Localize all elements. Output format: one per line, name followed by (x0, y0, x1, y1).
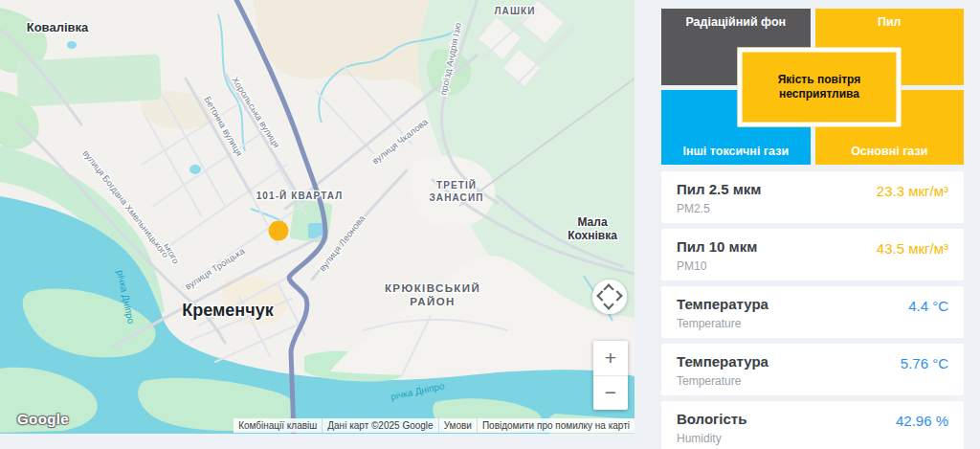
map-label-tretii-1: ТРЕТІЙ (436, 179, 477, 191)
map-data-text: Дані карт ©2025 Google (322, 418, 437, 433)
map-label-kvartal: 101-Й КВАРТАЛ (256, 190, 344, 201)
measurement-subtitle: Temperature (677, 374, 948, 388)
tile-main-gases-label: Основні гази (851, 145, 927, 158)
map-canvas: Ковалівка ЛАШКИ 101-Й КВАРТАЛ ТРЕТІЙ ЗАН… (0, 0, 635, 434)
pan-control[interactable] (592, 280, 627, 314)
measurement-value: 23.3 мкг/м³ (877, 183, 948, 199)
tile-radiation-label: Радіаційний фон (685, 15, 786, 29)
measurement-value: 43.5 мкг/м³ (877, 240, 948, 257)
report-error-link[interactable]: Повідомити про помилку на карті (477, 418, 635, 433)
air-quality-status-line2: несприятлива (779, 87, 859, 101)
tile-toxic-gases-label: Інші токсичні гази (682, 145, 789, 158)
map[interactable]: Ковалівка ЛАШКИ 101-Й КВАРТАЛ ТРЕТІЙ ЗАН… (0, 0, 635, 434)
map-label-kremenchuk: Кременчук (182, 301, 274, 320)
measurement-row-humidity[interactable]: Вологість Humidity 42.96 % (661, 401, 964, 449)
measurement-row-temperature-2[interactable]: Температура Temperature 5.76 °C (661, 344, 964, 395)
measurement-value: 42.96 % (896, 413, 948, 429)
map-label-kriuk-1: КРЮКІВСЬКИЙ (385, 282, 480, 294)
terms-link[interactable]: Умови (438, 418, 477, 433)
map-label-tretii-2: ЗАНАСИП (430, 192, 484, 203)
measurement-subtitle: Humidity (677, 432, 948, 445)
measurement-row-pm25[interactable]: Пил 2.5 мкм PM2.5 23.3 мкг/м³ (661, 171, 964, 223)
pan-right-icon[interactable] (612, 290, 622, 301)
measurement-list: Пил 2.5 мкм PM2.5 23.3 мкг/м³ Пил 10 мкм… (661, 171, 964, 449)
measurement-row-pm10[interactable]: Пил 10 мкм PM10 43.5 мкг/м³ (661, 229, 964, 281)
map-label-kriuk-2: РАЙОН (410, 296, 455, 307)
measurement-subtitle: PM2.5 (677, 202, 948, 215)
measurement-value: 4.4 °C (908, 298, 948, 314)
map-label-lashky: ЛАШКИ (494, 6, 535, 16)
map-label-mala-1: Мала (577, 215, 607, 229)
air-quality-status-line1: Якість повітря (778, 73, 861, 87)
zoom-in-button[interactable]: + (593, 341, 628, 375)
tile-dust-label: Пил (878, 15, 902, 29)
air-quality-panel: Радіаційний фон Пил Інші токсичні гази О… (661, 9, 964, 449)
zoom-control: + − (593, 341, 628, 410)
measurement-subtitle: Temperature (677, 317, 948, 330)
measurement-subtitle: PM10 (677, 259, 948, 273)
measurement-value: 5.76 °C (901, 355, 948, 371)
map-label-mala-2: Кохнівка (568, 229, 617, 242)
zoom-out-button[interactable]: − (593, 375, 628, 411)
measurement-row-temperature-1[interactable]: Температура Temperature 4.4 °C (661, 286, 964, 338)
attribution-bar: Комбінації клавіш Дані карт ©2025 Google… (234, 418, 635, 433)
keyboard-shortcuts-link[interactable]: Комбінації клавіш (234, 418, 322, 433)
sensor-marker[interactable] (269, 221, 289, 241)
map-label-kovalivka: Ковалівка (27, 20, 89, 34)
category-tiles: Радіаційний фон Пил Інші токсичні гази О… (661, 9, 964, 165)
page: Ковалівка ЛАШКИ 101-Й КВАРТАЛ ТРЕТІЙ ЗАН… (0, 0, 980, 449)
air-quality-status-badge: Якість повітря несприятлива (738, 47, 902, 126)
google-logo-link[interactable]: Google (17, 411, 69, 427)
pan-down-icon[interactable] (603, 299, 613, 309)
